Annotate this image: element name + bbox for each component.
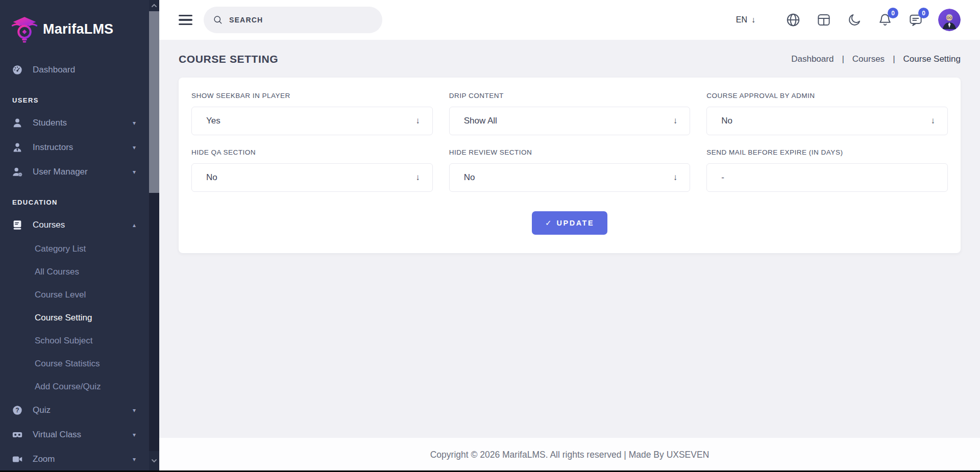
field-drip-content: DRIP CONTENT Show All ↓ xyxy=(449,92,691,135)
breadcrumb-separator: | xyxy=(885,54,903,64)
search-input[interactable] xyxy=(229,16,373,24)
chevron-down-icon: ▾ xyxy=(133,144,136,151)
select-value: No xyxy=(721,116,732,126)
sidebar-menu: Dashboard USERS Students ▾ Instructors ▾… xyxy=(0,48,149,471)
scrollbar-down-button[interactable] xyxy=(149,451,159,470)
sidebar-subitem-course-level[interactable]: Course Level xyxy=(0,283,149,306)
menu-toggle-button[interactable] xyxy=(179,15,192,26)
instructor-person-icon xyxy=(11,141,23,154)
input-value: - xyxy=(721,172,724,183)
chevron-down-icon: ▾ xyxy=(133,168,136,176)
hide-qa-select[interactable]: No ↓ xyxy=(191,163,433,192)
dashboard-gauge-icon xyxy=(11,64,23,76)
sidebar-item-user-manager[interactable]: User Manager ▾ xyxy=(0,160,149,184)
scrollbar-thumb[interactable] xyxy=(149,11,159,193)
chevron-down-icon: ▾ xyxy=(133,431,136,438)
sidebar-item-students[interactable]: Students ▾ xyxy=(0,111,149,135)
avatar-image xyxy=(938,9,961,31)
sidebar-subitem-course-setting[interactable]: Course Setting xyxy=(0,306,149,329)
scrollbar-up-button[interactable] xyxy=(149,0,159,11)
sidebar-subitem-add-course-quiz[interactable]: Add Course/Quiz xyxy=(0,375,149,398)
student-person-icon xyxy=(11,117,23,129)
sidebar-item-zoom[interactable]: Zoom ▾ xyxy=(0,447,149,471)
vr-headset-icon xyxy=(11,429,23,441)
sidebar-item-label: Quiz xyxy=(33,405,124,415)
arrow-down-icon: ↓ xyxy=(673,172,678,183)
drip-content-select[interactable]: Show All ↓ xyxy=(449,107,691,135)
field-course-approval: COURSE APPROVAL BY ADMIN No ↓ xyxy=(706,92,948,135)
topbar: EN ↓ 0 0 xyxy=(159,0,980,40)
field-label: SHOW SEEKBAR IN PLAYER xyxy=(191,92,433,100)
field-send-mail-expire: SEND MAIL BEFORE EXPIRE (IN DAYS) - xyxy=(706,148,948,192)
user-avatar[interactable] xyxy=(938,9,961,31)
arrow-down-icon: ↓ xyxy=(930,116,935,126)
dark-mode-button[interactable] xyxy=(846,12,863,28)
chevron-down-icon xyxy=(151,459,157,463)
update-button-label: UPDATE xyxy=(557,219,595,227)
breadcrumb-courses[interactable]: Courses xyxy=(852,54,885,64)
sidebar-item-label: Instructors xyxy=(33,142,124,153)
user-gear-icon xyxy=(11,166,23,178)
field-label: COURSE APPROVAL BY ADMIN xyxy=(706,92,948,100)
brand-logo[interactable]: MarifaLMS xyxy=(0,0,149,48)
search-bar[interactable] xyxy=(204,7,382,33)
select-value: Yes xyxy=(206,116,220,126)
field-label: SEND MAIL BEFORE EXPIRE (IN DAYS) xyxy=(706,148,948,156)
chevron-down-icon: ▾ xyxy=(133,119,136,127)
field-hide-review: HIDE REVIEW SECTION No ↓ xyxy=(449,148,691,192)
brand-name: MarifaLMS xyxy=(43,21,113,37)
select-value: No xyxy=(206,172,217,183)
select-value: No xyxy=(464,172,475,183)
book-icon xyxy=(11,219,23,231)
arrow-down-icon: ↓ xyxy=(415,116,420,126)
layout-button[interactable] xyxy=(816,12,832,28)
sidebar-item-label: Zoom xyxy=(33,454,124,464)
svg-text:?: ? xyxy=(15,407,19,414)
page-header: COURSE SETTING Dashboard | Courses | Cou… xyxy=(179,53,961,65)
chevron-up-icon: ▴ xyxy=(133,221,136,229)
copyright-text: Copyright © 2026 MarifaLMS. All rights r… xyxy=(430,450,709,460)
sidebar-item-courses[interactable]: Courses ▴ xyxy=(0,213,149,237)
sidebar-scrollbar[interactable] xyxy=(149,0,159,472)
send-mail-expire-input[interactable]: - xyxy=(706,163,948,192)
notification-badge: 0 xyxy=(888,8,898,18)
sidebar-subitem-course-statistics[interactable]: Course Statistics xyxy=(0,352,149,375)
chevron-down-icon: ▾ xyxy=(133,456,136,463)
sidebar-item-quiz[interactable]: ? Quiz ▾ xyxy=(0,398,149,423)
arrow-down-icon: ↓ xyxy=(751,15,755,24)
sidebar-section-education: EDUCATION xyxy=(12,198,149,207)
sidebar-item-label: Virtual Class xyxy=(33,430,124,440)
globe-button[interactable] xyxy=(785,12,801,28)
sidebar-item-instructors[interactable]: Instructors ▾ xyxy=(0,135,149,160)
message-badge: 0 xyxy=(918,8,929,18)
sidebar-item-label: Students xyxy=(33,118,124,128)
course-approval-select[interactable]: No ↓ xyxy=(706,107,948,135)
sidebar-subitem-school-subject[interactable]: School Subject xyxy=(0,329,149,352)
breadcrumb-dashboard[interactable]: Dashboard xyxy=(791,54,834,64)
update-button[interactable]: ✓ UPDATE xyxy=(532,211,607,235)
field-label: HIDE QA SECTION xyxy=(191,148,433,156)
sidebar-item-label: User Manager xyxy=(33,167,124,177)
breadcrumb-course-setting: Course Setting xyxy=(903,54,961,64)
language-selector[interactable]: EN ↓ xyxy=(736,15,755,24)
language-label: EN xyxy=(736,15,747,24)
field-hide-qa: HIDE QA SECTION No ↓ xyxy=(191,148,433,192)
moon-icon xyxy=(847,13,862,27)
check-icon: ✓ xyxy=(545,218,552,228)
sidebar-subitem-category-list[interactable]: Category List xyxy=(0,237,149,260)
show-seekbar-select[interactable]: Yes ↓ xyxy=(191,107,433,135)
chevron-down-icon: ▾ xyxy=(133,407,136,414)
hide-review-select[interactable]: No ↓ xyxy=(449,163,691,192)
search-icon xyxy=(213,15,223,25)
sidebar-item-label: Dashboard xyxy=(33,65,136,75)
chevron-up-icon xyxy=(151,4,157,8)
field-label: DRIP CONTENT xyxy=(449,92,691,100)
footer: Copyright © 2026 MarifaLMS. All rights r… xyxy=(159,438,980,472)
sidebar-item-virtual-class[interactable]: Virtual Class ▾ xyxy=(0,423,149,447)
sidebar-item-dashboard[interactable]: Dashboard xyxy=(0,58,149,82)
main-area: EN ↓ 0 0 xyxy=(159,0,980,472)
content-area: COURSE SETTING Dashboard | Courses | Cou… xyxy=(159,40,980,438)
notifications-button[interactable]: 0 xyxy=(877,12,893,28)
messages-button[interactable]: 0 xyxy=(908,12,924,28)
sidebar-subitem-all-courses[interactable]: All Courses xyxy=(0,260,149,283)
